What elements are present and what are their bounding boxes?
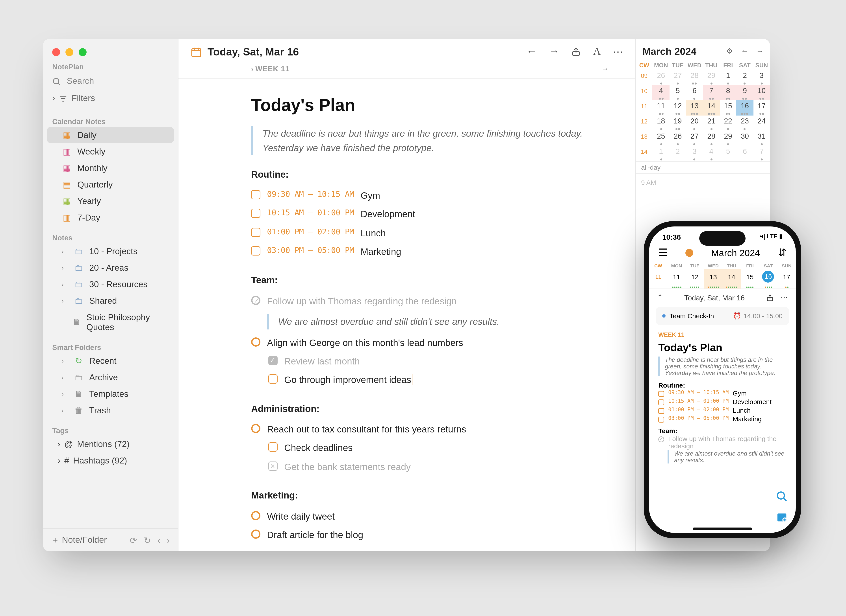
admin-row[interactable]: Reach out to tax consultant for this yea…: [251, 420, 596, 439]
team-row-open[interactable]: Align with George on this month's lead n…: [251, 333, 596, 352]
p-team-done[interactable]: Follow up with Thomas regarding the rede…: [658, 434, 787, 450]
monthly-icon: ▦: [62, 163, 72, 173]
sidebar-item-monthly[interactable]: ▦Monthly: [47, 160, 174, 176]
expand-icon[interactable]: ⇵: [778, 246, 787, 259]
circle-icon[interactable]: [251, 511, 260, 520]
sidebar-item-yearly[interactable]: ▦Yearly: [47, 192, 174, 209]
week-label[interactable]: › WEEK 11: [251, 65, 290, 73]
archive-icon: 🗀: [74, 372, 84, 382]
sidebar-item-mentions[interactable]: ›@Mentions (72): [43, 436, 178, 452]
sidebar-item-shared[interactable]: ›🗀Shared: [47, 292, 174, 309]
checkbox-icon[interactable]: [658, 408, 664, 414]
sidebar-item-templates[interactable]: ›🗎Templates: [47, 385, 174, 402]
sidebar-item-hashtags[interactable]: ›#Hashtags (92): [43, 452, 178, 469]
p-routine[interactable]: 03:00 PM – 05:00 PMMarketing: [658, 415, 787, 423]
sidebar-item-projects[interactable]: ›🗀10 - Projects: [47, 243, 174, 259]
text: Development: [360, 207, 415, 221]
sidebar-item-daily[interactable]: ▦Daily: [47, 126, 174, 143]
sidebar-item-trash[interactable]: ›🗑Trash: [47, 402, 174, 418]
admin-cancel[interactable]: Get the bank statements ready: [251, 458, 596, 476]
sidebar-item-7day[interactable]: ▥7-Day: [47, 209, 174, 226]
sidebar-item-stoic[interactable]: ›🗎Stoic Philosophy Quotes: [47, 309, 174, 335]
checkbox-icon[interactable]: [268, 375, 278, 384]
p-routine[interactable]: 01:00 PM – 02:00 PMLunch: [658, 406, 787, 415]
mkt-row[interactable]: Write daily tweet: [251, 507, 596, 525]
checkbox-icon[interactable]: [251, 246, 260, 255]
sidebar-item-weekly[interactable]: ▥Weekly: [47, 143, 174, 160]
p-routine[interactable]: 10:15 AM – 01:00 PMDevelopment: [658, 397, 787, 406]
phone-event[interactable]: Team Check-In ⏰14:00 - 15:00: [656, 307, 789, 325]
forward-button[interactable]: →: [549, 45, 559, 58]
routine-row[interactable]: 10:15 AM – 01:00 PMDevelopment: [251, 205, 596, 223]
checkbox-icon[interactable]: [658, 399, 664, 405]
checkbox-icon[interactable]: [251, 209, 260, 218]
checkbox-done-icon[interactable]: [268, 356, 278, 365]
phone-month: March 2024: [711, 247, 760, 258]
checkbox-icon[interactable]: [268, 443, 278, 452]
p-routine[interactable]: 09:30 AM – 10:15 AMGym: [658, 389, 787, 397]
share-icon[interactable]: [766, 293, 774, 302]
label: Shared: [89, 296, 117, 305]
sync-icon[interactable]: ⟳: [130, 535, 137, 545]
traffic-lights[interactable]: [43, 39, 178, 60]
calendar-fab-icon[interactable]: [776, 510, 788, 524]
gear-icon[interactable]: ⚙: [726, 47, 733, 56]
team-sub-open[interactable]: Go through improvement ideas: [251, 371, 596, 389]
filters-row[interactable]: › Filters: [43, 90, 178, 109]
sidebar-item-areas[interactable]: ›🗀20 - Areas: [47, 259, 174, 276]
routine-row[interactable]: 09:30 AM – 10:15 AMGym: [251, 186, 596, 205]
checkbox-cancel-icon[interactable]: [268, 462, 278, 471]
circle-done-icon[interactable]: [251, 296, 260, 305]
more-icon[interactable]: ⋯: [613, 45, 623, 58]
circle-icon[interactable]: [251, 424, 260, 433]
calendar-grid[interactable]: CWMONTUEWEDTHUFRISATSUN 0926272829123 10…: [636, 61, 770, 161]
menu-icon[interactable]: ☰: [658, 246, 668, 259]
checkbox-icon[interactable]: [658, 417, 664, 422]
search-row[interactable]: Search: [43, 72, 178, 90]
checkbox-icon[interactable]: [251, 190, 260, 199]
notes-header: Notes: [43, 231, 178, 243]
phone-title: Today's Plan: [658, 342, 787, 354]
sidebar: NotePlan Search › Filters Calendar Notes…: [43, 39, 178, 551]
sidebar-item-recent[interactable]: ›↻Recent: [47, 352, 174, 369]
routine-row[interactable]: 01:00 PM – 02:00 PMLunch: [251, 224, 596, 242]
mkt-row[interactable]: Draft article for the blog: [251, 525, 596, 544]
team-row-done[interactable]: Follow up with Thomas regarding the rede…: [251, 292, 596, 310]
folder-icon: 🗀: [74, 263, 84, 273]
sidebar-item-quarterly[interactable]: ▤Quarterly: [47, 176, 174, 192]
label: 10 - Projects: [89, 246, 137, 256]
phone-week-grid[interactable]: CWMONTUEWEDTHUFRISATSUN 11 11 12 13 14 1…: [649, 263, 796, 289]
page-title: Today's Plan: [251, 92, 596, 119]
week-forward-icon[interactable]: →: [602, 65, 609, 73]
sidebar-item-archive[interactable]: ›🗀Archive: [47, 369, 174, 385]
svg-point-4: [777, 492, 784, 499]
next-icon[interactable]: ›: [167, 535, 170, 545]
prev-icon[interactable]: ‹: [157, 535, 160, 545]
circle-icon[interactable]: [251, 529, 260, 539]
routine-row[interactable]: 03:00 PM – 05:00 PMMarketing: [251, 242, 596, 261]
search-fab-icon[interactable]: [776, 489, 788, 503]
circle-done-icon[interactable]: [658, 436, 664, 442]
admin-sub[interactable]: Check deadlines: [251, 439, 596, 457]
team-sub-done[interactable]: Review last month: [251, 352, 596, 371]
collapse-icon[interactable]: ⌃: [657, 293, 663, 302]
phone-body[interactable]: WEEK 11 Today's Plan The deadline is nea…: [649, 327, 796, 533]
home-indicator[interactable]: [693, 528, 752, 530]
more-icon[interactable]: ⋯: [781, 293, 788, 302]
editor-content[interactable]: Today's Plan The deadline is near but th…: [178, 79, 635, 551]
circle-icon[interactable]: [251, 337, 260, 346]
folder-icon: 🗀: [74, 279, 84, 289]
checkbox-icon[interactable]: [251, 227, 260, 237]
refresh-icon[interactable]: ↻: [144, 535, 151, 545]
cal-prev-icon[interactable]: ←: [741, 47, 748, 56]
notch: [699, 231, 746, 246]
checkbox-icon[interactable]: [658, 391, 664, 397]
share-icon[interactable]: [571, 45, 581, 58]
back-button[interactable]: ←: [526, 45, 537, 58]
label: Quarterly: [77, 179, 113, 189]
add-note-button[interactable]: ＋ Note/Folder: [51, 534, 107, 546]
font-icon[interactable]: A: [593, 45, 601, 58]
cal-next-icon[interactable]: →: [756, 47, 764, 56]
chevron-right-icon: ›: [62, 374, 68, 381]
sidebar-item-resources[interactable]: ›🗀30 - Resources: [47, 276, 174, 292]
